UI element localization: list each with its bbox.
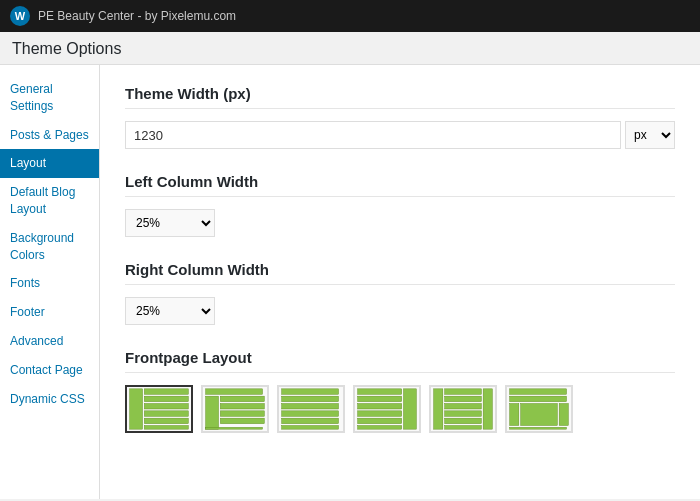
svg-rect-20 — [358, 389, 402, 395]
top-bar: W PE Beauty Center - by Pixelemu.com — [0, 0, 700, 32]
svg-rect-28 — [445, 389, 482, 395]
svg-rect-39 — [559, 404, 568, 426]
left-column-width-section: Left Column Width 15% 20% 25% 30% 35% — [125, 173, 675, 237]
layout-option-6[interactable] — [505, 385, 573, 433]
right-column-width-select[interactable]: 15% 20% 25% 30% 35% — [125, 297, 215, 325]
sidebar: General Settings Posts & Pages Layout De… — [0, 65, 100, 499]
section-divider-3 — [125, 284, 675, 285]
sidebar-item-layout[interactable]: Layout — [0, 149, 99, 178]
svg-rect-1 — [144, 389, 188, 395]
right-column-width-title: Right Column Width — [125, 261, 675, 278]
sidebar-item-contact-page[interactable]: Contact Page — [0, 356, 99, 385]
main-layout: General Settings Posts & Pages Layout De… — [0, 65, 700, 499]
svg-rect-5 — [144, 418, 188, 424]
svg-rect-40 — [510, 427, 567, 429]
layout-option-5[interactable] — [429, 385, 497, 433]
sidebar-item-advanced[interactable]: Advanced — [0, 327, 99, 356]
theme-width-input[interactable] — [125, 121, 621, 149]
svg-rect-27 — [434, 389, 443, 429]
section-divider-2 — [125, 196, 675, 197]
svg-rect-26 — [404, 389, 417, 429]
svg-rect-10 — [220, 404, 264, 410]
left-column-width-select[interactable]: 15% 20% 25% 30% 35% — [125, 209, 215, 237]
svg-rect-11 — [220, 411, 264, 417]
theme-width-section: Theme Width (px) px % — [125, 85, 675, 149]
layout-option-4[interactable] — [353, 385, 421, 433]
svg-rect-0 — [130, 389, 143, 429]
svg-rect-23 — [358, 411, 402, 417]
section-divider — [125, 108, 675, 109]
sidebar-item-general-settings[interactable]: General Settings — [0, 75, 99, 121]
layout-option-2[interactable] — [201, 385, 269, 433]
theme-width-input-row: px % — [125, 121, 675, 149]
page-title: Theme Options — [12, 40, 688, 58]
svg-rect-16 — [282, 404, 339, 410]
frontpage-layout-title: Frontpage Layout — [125, 349, 675, 366]
svg-rect-18 — [282, 418, 339, 424]
svg-rect-21 — [358, 396, 402, 402]
sidebar-item-fonts[interactable]: Fonts — [0, 269, 99, 298]
svg-rect-14 — [282, 389, 339, 395]
theme-width-title: Theme Width (px) — [125, 85, 675, 102]
page-title-bar: Theme Options — [0, 32, 700, 65]
svg-rect-35 — [510, 389, 567, 395]
svg-rect-8 — [206, 396, 219, 429]
left-column-width-title: Left Column Width — [125, 173, 675, 190]
layout-option-1[interactable] — [125, 385, 193, 433]
layout-option-3[interactable] — [277, 385, 345, 433]
svg-rect-12 — [220, 418, 264, 424]
sidebar-item-dynamic-css[interactable]: Dynamic CSS — [0, 385, 99, 414]
sidebar-item-posts-pages[interactable]: Posts & Pages — [0, 121, 99, 150]
svg-rect-37 — [510, 404, 519, 426]
layout-icons-container — [125, 385, 675, 433]
svg-rect-38 — [521, 404, 558, 426]
svg-rect-36 — [510, 396, 567, 402]
content-area: Theme Width (px) px % Left Column Width … — [100, 65, 700, 499]
wp-logo-icon: W — [10, 6, 30, 26]
svg-rect-19 — [282, 426, 339, 430]
svg-rect-2 — [144, 396, 188, 402]
svg-rect-29 — [445, 396, 482, 402]
svg-rect-22 — [358, 404, 402, 410]
sidebar-item-default-blog-layout[interactable]: Default Blog Layout — [0, 178, 99, 224]
svg-rect-17 — [282, 411, 339, 417]
svg-rect-24 — [358, 418, 402, 424]
svg-rect-32 — [445, 418, 482, 424]
svg-rect-31 — [445, 411, 482, 417]
sidebar-item-background-colors[interactable]: Background Colors — [0, 224, 99, 270]
svg-rect-25 — [358, 426, 402, 430]
frontpage-layout-section: Frontpage Layout — [125, 349, 675, 433]
svg-rect-33 — [445, 426, 482, 430]
svg-rect-34 — [483, 389, 492, 429]
svg-rect-15 — [282, 396, 339, 402]
svg-rect-30 — [445, 404, 482, 410]
section-divider-4 — [125, 372, 675, 373]
svg-rect-9 — [220, 396, 264, 402]
sidebar-item-footer[interactable]: Footer — [0, 298, 99, 327]
top-bar-title: PE Beauty Center - by Pixelemu.com — [38, 9, 236, 23]
svg-rect-6 — [144, 426, 188, 430]
theme-width-unit-select[interactable]: px % — [625, 121, 675, 149]
svg-rect-3 — [144, 404, 188, 410]
svg-rect-7 — [206, 389, 263, 395]
svg-rect-13 — [206, 427, 263, 429]
right-column-width-section: Right Column Width 15% 20% 25% 30% 35% — [125, 261, 675, 325]
svg-rect-4 — [144, 411, 188, 417]
